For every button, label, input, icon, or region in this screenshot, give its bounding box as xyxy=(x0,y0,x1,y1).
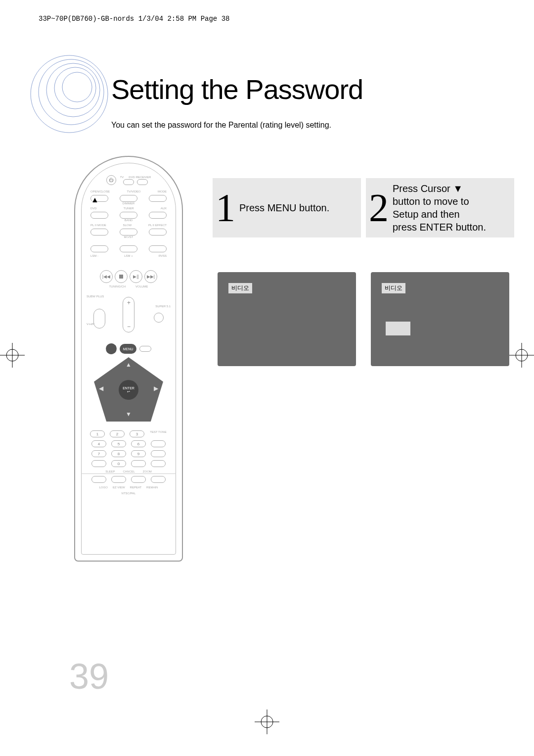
test-tone-button xyxy=(151,440,166,447)
label-most: MO/ST xyxy=(87,236,171,238)
play-pause-button: ▶|| xyxy=(130,270,142,283)
step-2-screen: 비디오 xyxy=(371,272,509,366)
label-tuner: TUNER xyxy=(124,207,134,210)
dpad: ▲ ▼ ◀ ▶ ENTER ↩ xyxy=(94,357,163,422)
aux-button xyxy=(149,212,167,219)
step-2-line1: Press Cursor ▼ xyxy=(393,183,463,194)
label-tv-video: TV/VIDEO xyxy=(127,190,141,193)
num-0: 0 xyxy=(111,460,126,467)
pleffect-button xyxy=(149,229,167,236)
num-1: 1 xyxy=(90,430,105,437)
step-1-number: 1 xyxy=(216,188,235,228)
page-subtitle: You can set the password for the Parenta… xyxy=(111,121,331,130)
dimmer-button xyxy=(120,195,137,202)
power-icon: ⏻ xyxy=(106,175,116,185)
label-lsm-plus: LSM + xyxy=(124,254,133,257)
num-9: 9 xyxy=(131,450,146,457)
label-logo: LOGO xyxy=(99,486,108,489)
label-dvd: DVD xyxy=(90,207,97,210)
rvss-button xyxy=(149,245,167,252)
dpad-up-icon: ▲ xyxy=(126,361,132,368)
tuning-volume-rocker xyxy=(123,297,134,332)
remain-button xyxy=(151,476,166,483)
menu-button: MENU xyxy=(120,344,136,354)
next-button: ▶▶| xyxy=(144,270,157,283)
enter-button: ENTER ↩ xyxy=(119,380,138,400)
num-6: 6 xyxy=(131,440,146,447)
logo-button xyxy=(91,476,106,483)
dpad-left-icon: ◀ xyxy=(99,385,103,392)
label-plmode: PL II MODE xyxy=(90,224,106,227)
zoom-button xyxy=(151,460,166,467)
label-band: BAND xyxy=(87,219,171,222)
label-rvss: RVSS xyxy=(159,254,167,257)
step-2-screen-label: 비디오 xyxy=(382,283,405,293)
num-7: 7 xyxy=(91,450,106,457)
dvd-select-button xyxy=(137,179,148,185)
num-8: 8 xyxy=(111,450,126,457)
label-aux: AUX xyxy=(161,207,167,210)
step-1-screen: 비디오 xyxy=(218,272,356,366)
remote-control-illustration: ⏻ TV DVD RECEIVER OPEN/CLOSE TV/VIDEO MO… xyxy=(74,156,183,562)
page-title: Setting the Password xyxy=(111,73,363,105)
step-1: 1 Press MENU button. 비디오 xyxy=(213,178,361,366)
cancel-button xyxy=(131,460,146,467)
label-super51: SUPER 5.1 xyxy=(155,305,171,308)
label-open-close: OPEN/CLOSE xyxy=(90,190,110,193)
label-remain: REMAIN xyxy=(146,486,158,489)
band-button xyxy=(120,212,137,219)
label-tv: TV xyxy=(120,176,124,179)
svg-point-3 xyxy=(54,67,96,109)
ez-view-button xyxy=(111,476,126,483)
label-volume: VOLUME xyxy=(135,285,148,288)
label-tuning: TUNING/CH xyxy=(109,285,126,288)
step-1-screen-label: 비디오 xyxy=(228,283,252,293)
step-2: 2 Press Cursor ▼ button to move to Setup… xyxy=(366,178,514,366)
subw-vhp-rocker xyxy=(93,309,105,329)
label-cancel: CANCEL xyxy=(123,470,135,473)
print-job-header: 33P~70P(DB760)-GB-nords 1/3/04 2:58 PM P… xyxy=(39,15,229,23)
lsm-plus-button xyxy=(120,245,137,252)
enter-label: ENTER xyxy=(123,386,134,390)
label-pleffect: PL II EFFECT xyxy=(148,224,167,227)
open-close-button: ▲ xyxy=(90,195,108,202)
prev-button: |◀◀ xyxy=(100,270,113,283)
lsm-minus-button xyxy=(90,245,108,252)
step-2-line2: button to move to xyxy=(393,196,469,207)
num-2: 2 xyxy=(110,430,125,437)
dvd-button xyxy=(90,212,108,219)
remote-divider xyxy=(81,473,176,474)
step-2-number: 2 xyxy=(369,188,389,228)
crop-mark-left xyxy=(0,340,30,370)
num-3: 3 xyxy=(130,430,144,437)
sound-edit-button xyxy=(151,450,166,457)
stop-button xyxy=(115,270,128,283)
label-lsm-minus: LSM - xyxy=(90,254,98,257)
label-mode: MODE xyxy=(158,190,167,193)
label-dimmer: DIMMER xyxy=(87,202,171,205)
dpad-down-icon: ▼ xyxy=(126,411,132,418)
svg-point-4 xyxy=(62,72,92,102)
step-1-text: Press MENU button. xyxy=(239,201,329,214)
label-ez-view: EZ VIEW xyxy=(113,486,125,489)
num-5: 5 xyxy=(111,440,126,447)
label-repeat: REPEAT xyxy=(130,486,142,489)
mode-button xyxy=(149,195,167,202)
label-dvd-receiver: DVD RECEIVER xyxy=(129,176,151,179)
dpad-right-icon: ▶ xyxy=(154,385,158,392)
svg-point-0 xyxy=(31,55,108,133)
label-test-tone: TEST TONE xyxy=(149,430,167,437)
super51-button xyxy=(154,313,164,323)
svg-point-1 xyxy=(39,59,104,125)
label-subw: SUBW PLUS xyxy=(87,295,104,298)
crop-mark-bottom xyxy=(255,709,279,736)
label-ntsc-pal: NTSC/PAL xyxy=(87,492,171,495)
tv-select-button xyxy=(123,179,134,185)
label-sleep: SLEEP xyxy=(105,470,115,473)
label-slow: SLOW xyxy=(123,224,132,227)
return-button xyxy=(104,342,118,356)
step-2-screen-highlight xyxy=(386,322,410,335)
label-zoom: ZOOM xyxy=(143,470,152,473)
info-button xyxy=(139,346,151,352)
most-button xyxy=(120,229,137,236)
